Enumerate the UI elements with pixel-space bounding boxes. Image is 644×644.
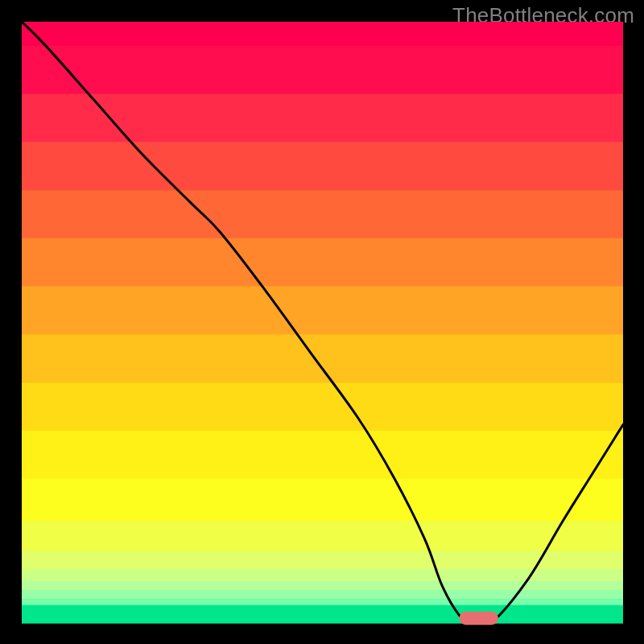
svg-rect-0 [22, 22, 623, 46]
bottleneck-chart [0, 0, 644, 644]
svg-rect-11 [22, 521, 623, 551]
svg-rect-4 [22, 190, 623, 238]
svg-rect-5 [22, 238, 623, 287]
optimum-marker [459, 612, 498, 625]
svg-rect-6 [22, 287, 623, 335]
svg-rect-2 [22, 94, 623, 142]
svg-rect-10 [22, 479, 623, 522]
svg-rect-14 [22, 581, 623, 591]
svg-rect-9 [22, 431, 623, 479]
svg-rect-12 [22, 551, 623, 569]
gradient-bands [22, 22, 623, 624]
svg-rect-1 [22, 46, 623, 94]
svg-rect-16 [22, 599, 623, 605]
chart-frame: TheBottleneck.com [0, 0, 644, 644]
svg-rect-15 [22, 590, 623, 600]
svg-rect-17 [22, 605, 623, 624]
svg-rect-8 [22, 382, 623, 431]
svg-rect-3 [22, 142, 623, 190]
svg-rect-7 [22, 334, 623, 382]
